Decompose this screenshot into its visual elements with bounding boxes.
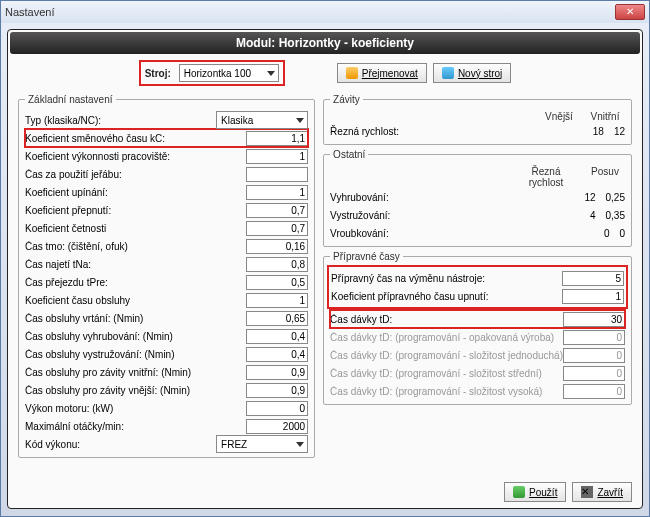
- d2-input: 0: [563, 348, 625, 363]
- apply-icon: [513, 486, 525, 498]
- vystr-label: Čas obsluhy vystružování: (Nmin): [25, 349, 246, 360]
- d3-input: 0: [563, 366, 625, 381]
- typ-label: Typ (klasika/NC):: [25, 115, 216, 126]
- kvp-input[interactable]: 1: [246, 149, 308, 164]
- kobs-input[interactable]: 1: [246, 293, 308, 308]
- vymena-label: Přípravný čas na výměnu nástroje:: [331, 273, 562, 284]
- zvne-input[interactable]: 0,9: [246, 383, 308, 398]
- new-icon: [442, 67, 454, 79]
- tpre-label: Čas přejezdu tPre:: [25, 277, 246, 288]
- priprav-highlight-top: Přípravný čas na výměnu nástroje:5 Koefi…: [330, 268, 625, 306]
- d1-label: Čas dávky tD: (programování - opakovaná …: [330, 332, 563, 343]
- tpre-input[interactable]: 0,5: [246, 275, 308, 290]
- upnuti-input[interactable]: 1: [562, 289, 624, 304]
- kup-input[interactable]: 1: [246, 185, 308, 200]
- close-icon: ✕: [581, 486, 593, 498]
- new-machine-button[interactable]: Nový stroj: [433, 63, 511, 83]
- rezna-label: Řezná rychlost:: [330, 126, 593, 137]
- kvp-label: Koeficient výkonnosti pracoviště:: [25, 151, 246, 162]
- ost-vroub-label: Vroubkování:: [330, 228, 604, 239]
- zvni-label: Čas obsluhy pro závity vnitřní: (Nmin): [25, 367, 246, 378]
- ost-vyhr-p[interactable]: 0,25: [606, 192, 625, 203]
- stroj-selector-highlight: Stroj: Horizontka 100: [139, 60, 285, 86]
- group-ostatni-legend: Ostatní: [330, 149, 368, 160]
- group-pripravne: Přípravné časy Přípravný čas na výměnu n…: [323, 251, 632, 405]
- vystr-input[interactable]: 0,4: [246, 347, 308, 362]
- jerab-input[interactable]: [246, 167, 308, 182]
- vykon-label: Výkon motoru: (kW): [25, 403, 246, 414]
- kod-label: Kód výkonu:: [25, 439, 216, 450]
- titlebar: Nastavení ✕: [1, 1, 649, 23]
- vrt-label: Čas obsluhy vrtání: (Nmin): [25, 313, 246, 324]
- zavity-header: VnějšíVnitřní: [330, 111, 625, 122]
- stroj-label: Stroj:: [145, 68, 171, 79]
- najeti-input[interactable]: 0,8: [246, 257, 308, 272]
- zavity-vnejsi-input[interactable]: 18: [593, 126, 604, 137]
- module-banner: Modul: Horizontky - koeficienty: [10, 32, 640, 54]
- d2-label: Čas dávky tD: (programování - složitost …: [330, 350, 563, 361]
- otacky-label: Maximální otáčky/min:: [25, 421, 246, 432]
- kprep-input[interactable]: 0,7: [246, 203, 308, 218]
- zavity-vnitrni-input[interactable]: 12: [614, 126, 625, 137]
- vykon-input[interactable]: 0: [246, 401, 308, 416]
- group-pripravne-legend: Přípravné časy: [330, 251, 403, 262]
- kcet-label: Koeficient četnosti: [25, 223, 246, 234]
- davky-input[interactable]: 30: [563, 312, 625, 327]
- zvne-label: Čas obsluhy pro závity vnější: (Nmin): [25, 385, 246, 396]
- d3-label: Čas dávky tD: (programování - složitost …: [330, 368, 563, 379]
- vyhr-label: Čas obsluhy vyhrubování: (Nmin): [25, 331, 246, 342]
- vymena-input[interactable]: 5: [562, 271, 624, 286]
- kprep-label: Koeficient přepnutí:: [25, 205, 246, 216]
- najeti-label: Čas najetí tNa:: [25, 259, 246, 270]
- top-row: Stroj: Horizontka 100 Přejmenovat Nový s…: [18, 60, 632, 86]
- stroj-select[interactable]: Horizontka 100: [179, 64, 279, 82]
- rename-button[interactable]: Přejmenovat: [337, 63, 427, 83]
- group-ostatni: Ostatní Řezná rychlostPosuv Vyhrubování:…: [323, 149, 632, 247]
- apply-button[interactable]: Použít: [504, 482, 566, 502]
- kup-label: Koeficient upínání:: [25, 187, 246, 198]
- settings-window: Nastavení ✕ Modul: Horizontky - koeficie…: [0, 0, 650, 517]
- window-title: Nastavení: [5, 6, 55, 18]
- ksc-row-highlight: Koeficient směnového času kC:1,1: [25, 129, 308, 147]
- ksc-label: Koeficient směnového času kC:: [25, 133, 246, 144]
- ost-vystr-label: Vystružování:: [330, 210, 590, 221]
- tmo-input[interactable]: 0,16: [246, 239, 308, 254]
- otacky-input[interactable]: 2000: [246, 419, 308, 434]
- footer: Použít ✕Zavřít: [323, 478, 632, 502]
- group-zavity: Závity VnějšíVnitřní Řezná rychlost: 181…: [323, 94, 632, 145]
- ost-vyhr-label: Vyhrubování:: [330, 192, 584, 203]
- ksc-input[interactable]: 1,1: [246, 131, 308, 146]
- group-zavity-legend: Závity: [330, 94, 363, 105]
- rename-icon: [346, 67, 358, 79]
- d4-input: 0: [563, 384, 625, 399]
- ost-vroub-p[interactable]: 0: [619, 228, 625, 239]
- tmo-label: Čas tmo: (čištění, ofuk): [25, 241, 246, 252]
- kcet-input[interactable]: 0,7: [246, 221, 308, 236]
- kod-select[interactable]: FREZ: [216, 435, 308, 453]
- vrt-input[interactable]: 0,65: [246, 311, 308, 326]
- close-button[interactable]: ✕Zavřít: [572, 482, 632, 502]
- window-close-button[interactable]: ✕: [615, 4, 645, 20]
- zvni-input[interactable]: 0,9: [246, 365, 308, 380]
- outer-panel: Modul: Horizontky - koeficienty Stroj: H…: [7, 29, 643, 509]
- typ-select[interactable]: Klasika: [216, 111, 308, 129]
- kobs-label: Koeficient času obsluhy: [25, 295, 246, 306]
- d1-input: 0: [563, 330, 625, 345]
- davky-row-highlight: Čas dávky tD:30: [330, 310, 625, 328]
- d4-label: Čas dávky tD: (programování - složitost …: [330, 386, 563, 397]
- vyhr-input[interactable]: 0,4: [246, 329, 308, 344]
- group-zakladni: Základní nastavení Typ (klasika/NC):Klas…: [18, 94, 315, 458]
- group-zakladni-legend: Základní nastavení: [25, 94, 116, 105]
- upnuti-label: Koeficient přípravného času upnutí:: [331, 291, 562, 302]
- ost-vystr-p[interactable]: 0,35: [606, 210, 625, 221]
- ost-vyhr-r[interactable]: 12: [584, 192, 595, 203]
- ostatni-header: Řezná rychlostPosuv: [330, 166, 625, 188]
- ost-vystr-r[interactable]: 4: [590, 210, 596, 221]
- davky-label: Čas dávky tD:: [330, 314, 563, 325]
- jerab-label: Čas za použití jeřábu:: [25, 169, 246, 180]
- ost-vroub-r[interactable]: 0: [604, 228, 610, 239]
